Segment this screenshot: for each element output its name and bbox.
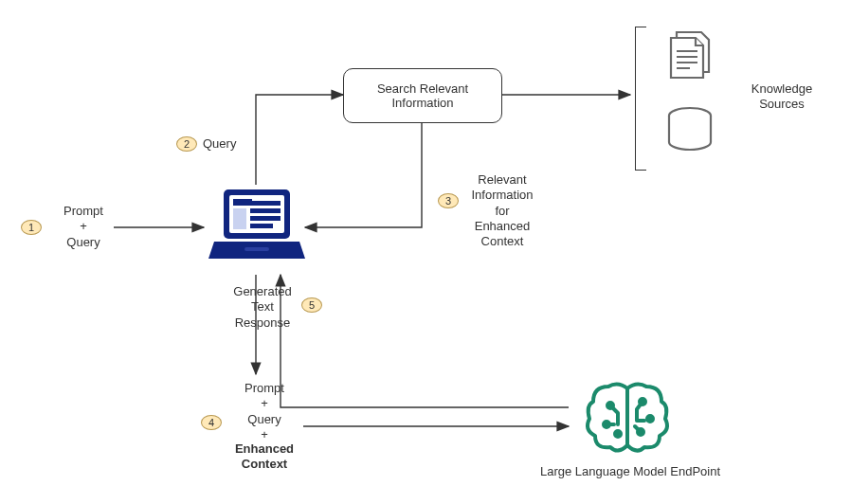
step-2-badge: 2	[176, 136, 197, 152]
step-5-num: 5	[309, 299, 315, 311]
step-3-num: 3	[445, 195, 451, 207]
svg-rect-8	[250, 201, 281, 206]
documents-icon	[661, 28, 718, 88]
label-relevant-info: Relevant Information for Enhanced Contex…	[464, 172, 540, 249]
label-generated: Generated Text Response	[229, 284, 296, 331]
label-llm-endpoint: Large Language Model EndPoint	[531, 464, 730, 479]
svg-rect-10	[250, 216, 281, 221]
label-prompt-query: Prompt + Query	[55, 204, 112, 250]
svg-rect-11	[250, 224, 273, 228]
svg-rect-9	[250, 208, 281, 213]
step-3-badge: 3	[438, 193, 459, 208]
svg-rect-6	[233, 199, 252, 206]
step-5-badge: 5	[301, 297, 322, 313]
label-knowledge-sources: Knowledge Sources	[739, 81, 824, 113]
brain-chip-icon	[580, 377, 675, 461]
step-4-badge: 4	[201, 415, 222, 430]
laptop-icon	[207, 185, 306, 273]
step-2-num: 2	[184, 138, 190, 150]
label-query: Query	[203, 136, 236, 152]
step-1-badge: 1	[21, 220, 42, 235]
search-box-label: Search Relevant Information	[377, 81, 468, 110]
svg-rect-7	[233, 208, 246, 229]
label-enhanced-context: Enhanced Context	[231, 441, 298, 473]
database-icon	[663, 104, 716, 160]
step-1-num: 1	[28, 222, 34, 233]
search-box: Search Relevant Information	[343, 68, 502, 123]
knowledge-bracket	[635, 27, 646, 171]
svg-point-15	[615, 431, 621, 437]
step-4-num: 4	[208, 417, 214, 428]
svg-point-17	[647, 416, 653, 422]
label-pqc-pre: Prompt + Query +	[231, 381, 298, 442]
svg-rect-12	[244, 247, 269, 251]
